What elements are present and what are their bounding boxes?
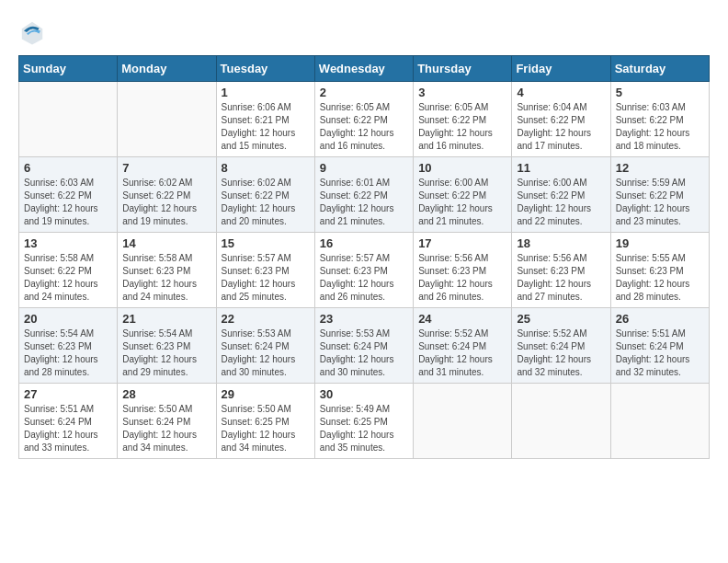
cell-info: Sunrise: 5:50 AMSunset: 6:25 PMDaylight:…	[222, 403, 310, 454]
day-number: 14	[122, 236, 210, 250]
day-number: 21	[122, 312, 210, 326]
calendar-cell: 16Sunrise: 5:57 AMSunset: 6:23 PMDayligh…	[314, 233, 413, 308]
day-number: 29	[222, 387, 310, 401]
calendar-cell: 17Sunrise: 5:56 AMSunset: 6:23 PMDayligh…	[414, 233, 512, 308]
calendar-cell: 28Sunrise: 5:50 AMSunset: 6:24 PMDayligh…	[118, 384, 216, 459]
cell-info: Sunrise: 6:03 AMSunset: 6:22 PMDaylight:…	[616, 101, 704, 153]
col-header-friday: Friday	[512, 56, 610, 82]
calendar-cell: 20Sunrise: 5:54 AMSunset: 6:23 PMDayligh…	[19, 308, 118, 384]
week-row-4: 20Sunrise: 5:54 AMSunset: 6:23 PMDayligh…	[19, 308, 710, 384]
cell-info: Sunrise: 5:57 AMSunset: 6:23 PMDaylight:…	[320, 252, 408, 304]
day-number: 28	[122, 387, 210, 401]
day-number: 15	[222, 236, 310, 250]
day-number: 9	[320, 161, 408, 175]
day-number: 25	[517, 312, 605, 326]
calendar-cell	[414, 384, 512, 459]
cell-info: Sunrise: 5:50 AMSunset: 6:24 PMDaylight:…	[122, 403, 210, 454]
logo	[18, 18, 50, 46]
cell-info: Sunrise: 6:00 AMSunset: 6:22 PMDaylight:…	[517, 177, 605, 228]
calendar-cell: 22Sunrise: 5:53 AMSunset: 6:24 PMDayligh…	[216, 308, 314, 384]
day-number: 20	[24, 312, 112, 326]
calendar-cell: 8Sunrise: 6:02 AMSunset: 6:22 PMDaylight…	[216, 157, 314, 233]
day-number: 6	[24, 161, 112, 175]
calendar-cell	[512, 384, 610, 459]
cell-info: Sunrise: 5:51 AMSunset: 6:24 PMDaylight:…	[616, 327, 704, 379]
day-number: 16	[320, 236, 408, 250]
day-number: 2	[320, 86, 408, 99]
day-number: 1	[222, 86, 310, 99]
week-row-5: 27Sunrise: 5:51 AMSunset: 6:24 PMDayligh…	[19, 384, 710, 459]
calendar-cell: 12Sunrise: 5:59 AMSunset: 6:22 PMDayligh…	[610, 157, 709, 233]
day-number: 10	[418, 161, 506, 175]
day-number: 19	[616, 236, 704, 250]
col-header-monday: Monday	[118, 56, 216, 82]
calendar-cell	[610, 384, 709, 459]
calendar-cell: 1Sunrise: 6:06 AMSunset: 6:21 PMDaylight…	[216, 82, 314, 157]
week-row-3: 13Sunrise: 5:58 AMSunset: 6:22 PMDayligh…	[19, 233, 710, 308]
cell-info: Sunrise: 5:56 AMSunset: 6:23 PMDaylight:…	[418, 252, 506, 304]
day-number: 13	[24, 236, 112, 250]
calendar-cell: 19Sunrise: 5:55 AMSunset: 6:23 PMDayligh…	[610, 233, 709, 308]
day-number: 26	[616, 312, 704, 326]
cell-info: Sunrise: 6:00 AMSunset: 6:22 PMDaylight:…	[418, 177, 506, 228]
calendar-cell: 30Sunrise: 5:49 AMSunset: 6:25 PMDayligh…	[314, 384, 413, 459]
calendar-cell: 2Sunrise: 6:05 AMSunset: 6:22 PMDaylight…	[314, 82, 413, 157]
cell-info: Sunrise: 6:01 AMSunset: 6:22 PMDaylight:…	[320, 177, 408, 228]
cell-info: Sunrise: 5:58 AMSunset: 6:23 PMDaylight:…	[122, 252, 210, 304]
cell-info: Sunrise: 5:52 AMSunset: 6:24 PMDaylight:…	[418, 327, 506, 379]
calendar-cell: 23Sunrise: 5:53 AMSunset: 6:24 PMDayligh…	[314, 308, 413, 384]
calendar-cell: 4Sunrise: 6:04 AMSunset: 6:22 PMDaylight…	[512, 82, 610, 157]
calendar-cell: 29Sunrise: 5:50 AMSunset: 6:25 PMDayligh…	[216, 384, 314, 459]
day-number: 4	[517, 86, 605, 99]
col-header-wednesday: Wednesday	[314, 56, 413, 82]
calendar-table: SundayMondayTuesdayWednesdayThursdayFrid…	[18, 55, 710, 459]
cell-info: Sunrise: 6:04 AMSunset: 6:22 PMDaylight:…	[517, 101, 605, 153]
calendar-cell: 13Sunrise: 5:58 AMSunset: 6:22 PMDayligh…	[19, 233, 118, 308]
cell-info: Sunrise: 6:06 AMSunset: 6:21 PMDaylight:…	[222, 101, 310, 153]
col-header-tuesday: Tuesday	[216, 56, 314, 82]
day-number: 27	[24, 387, 112, 401]
cell-info: Sunrise: 5:53 AMSunset: 6:24 PMDaylight:…	[320, 327, 408, 379]
cell-info: Sunrise: 5:54 AMSunset: 6:23 PMDaylight:…	[24, 327, 112, 379]
calendar-cell: 18Sunrise: 5:56 AMSunset: 6:23 PMDayligh…	[512, 233, 610, 308]
calendar-cell: 26Sunrise: 5:51 AMSunset: 6:24 PMDayligh…	[610, 308, 709, 384]
logo-icon	[18, 18, 46, 46]
cell-info: Sunrise: 5:54 AMSunset: 6:23 PMDaylight:…	[122, 327, 210, 379]
calendar-cell: 10Sunrise: 6:00 AMSunset: 6:22 PMDayligh…	[414, 157, 512, 233]
day-number: 17	[418, 236, 506, 250]
calendar-cell: 25Sunrise: 5:52 AMSunset: 6:24 PMDayligh…	[512, 308, 610, 384]
calendar-cell	[19, 82, 118, 157]
cell-info: Sunrise: 5:51 AMSunset: 6:24 PMDaylight:…	[24, 403, 112, 454]
day-number: 24	[418, 312, 506, 326]
col-header-thursday: Thursday	[414, 56, 512, 82]
calendar-cell: 7Sunrise: 6:02 AMSunset: 6:22 PMDaylight…	[118, 157, 216, 233]
cell-info: Sunrise: 6:05 AMSunset: 6:22 PMDaylight:…	[320, 101, 408, 153]
calendar-cell	[118, 82, 216, 157]
calendar-header-row: SundayMondayTuesdayWednesdayThursdayFrid…	[19, 56, 710, 82]
day-number: 23	[320, 312, 408, 326]
day-number: 11	[517, 161, 605, 175]
week-row-2: 6Sunrise: 6:03 AMSunset: 6:22 PMDaylight…	[19, 157, 710, 233]
day-number: 5	[616, 86, 704, 99]
calendar-cell: 3Sunrise: 6:05 AMSunset: 6:22 PMDaylight…	[414, 82, 512, 157]
day-number: 7	[122, 161, 210, 175]
page-header	[18, 18, 710, 46]
cell-info: Sunrise: 5:55 AMSunset: 6:23 PMDaylight:…	[616, 252, 704, 304]
svg-marker-0	[22, 22, 43, 45]
calendar-cell: 6Sunrise: 6:03 AMSunset: 6:22 PMDaylight…	[19, 157, 118, 233]
cell-info: Sunrise: 5:59 AMSunset: 6:22 PMDaylight:…	[616, 177, 704, 228]
calendar-cell: 5Sunrise: 6:03 AMSunset: 6:22 PMDaylight…	[610, 82, 709, 157]
cell-info: Sunrise: 5:57 AMSunset: 6:23 PMDaylight:…	[222, 252, 310, 304]
calendar-cell: 9Sunrise: 6:01 AMSunset: 6:22 PMDaylight…	[314, 157, 413, 233]
week-row-1: 1Sunrise: 6:06 AMSunset: 6:21 PMDaylight…	[19, 82, 710, 157]
day-number: 12	[616, 161, 704, 175]
day-number: 3	[418, 86, 506, 99]
calendar-cell: 24Sunrise: 5:52 AMSunset: 6:24 PMDayligh…	[414, 308, 512, 384]
day-number: 22	[222, 312, 310, 326]
cell-info: Sunrise: 5:56 AMSunset: 6:23 PMDaylight:…	[517, 252, 605, 304]
calendar-cell: 11Sunrise: 6:00 AMSunset: 6:22 PMDayligh…	[512, 157, 610, 233]
cell-info: Sunrise: 5:53 AMSunset: 6:24 PMDaylight:…	[222, 327, 310, 379]
cell-info: Sunrise: 5:52 AMSunset: 6:24 PMDaylight:…	[517, 327, 605, 379]
calendar-cell: 14Sunrise: 5:58 AMSunset: 6:23 PMDayligh…	[118, 233, 216, 308]
col-header-sunday: Sunday	[19, 56, 118, 82]
